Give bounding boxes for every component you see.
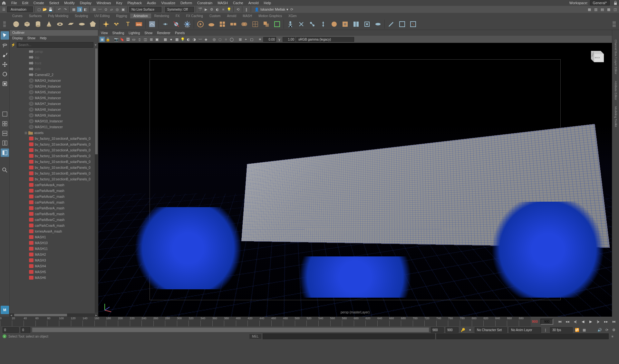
outliner-v-scrollbar[interactable] xyxy=(95,48,98,313)
bake-icon[interactable] xyxy=(207,20,216,29)
range-icon[interactable]: ▦ xyxy=(582,327,587,332)
layout-icon-5[interactable]: ◫ xyxy=(613,7,618,12)
plane-icon[interactable] xyxy=(66,20,75,29)
outliner-item-27[interactable]: carParkBvarA_mash xyxy=(10,205,98,211)
torus-icon[interactable] xyxy=(55,20,64,29)
outliner-item-18[interactable]: bv_factory_10:sectionB_solarPanels_0 xyxy=(10,153,98,159)
safe-title-icon[interactable]: ▢ xyxy=(249,37,254,42)
shelf-tab-mash[interactable]: MASH xyxy=(239,14,255,18)
layout-icon-4[interactable]: ▩ xyxy=(606,7,611,12)
ao-icon[interactable]: ◑ xyxy=(192,37,197,42)
command-lang-label[interactable]: MEL xyxy=(249,334,261,339)
shelf-scroll-up-icon[interactable] xyxy=(3,21,6,24)
snap-plane-icon[interactable]: ▱ xyxy=(109,7,114,12)
ghost-off-icon[interactable] xyxy=(172,20,181,29)
render-icon[interactable]: 🎬 xyxy=(198,7,203,12)
exposure-input[interactable] xyxy=(263,37,276,42)
shelf-tab-uv-editing[interactable]: UV Editing xyxy=(91,14,113,18)
maya-icon[interactable]: M xyxy=(1,306,9,314)
script-editor-icon[interactable]: ≡ xyxy=(610,334,615,339)
key-icon[interactable]: 🔑 xyxy=(460,327,466,332)
menu-deform[interactable]: Deform xyxy=(178,1,195,5)
shaded-icon[interactable]: ● xyxy=(169,37,174,42)
curl-icon[interactable] xyxy=(112,20,121,29)
snap-point-icon[interactable]: ⊙ xyxy=(103,7,108,12)
step-back-key-icon[interactable]: ◂◂ xyxy=(564,318,571,325)
layout-outliner-icon[interactable] xyxy=(1,148,9,157)
joint-icon[interactable] xyxy=(308,20,317,29)
bookmark-icon[interactable]: 🔖 xyxy=(120,37,125,42)
select-component-icon[interactable]: ◧ xyxy=(83,7,88,12)
anim-prefs-icon[interactable]: | xyxy=(543,327,548,332)
range-end-input[interactable] xyxy=(431,327,444,333)
outliner-item-14[interactable]: ⊞assets xyxy=(10,130,98,136)
outliner-item-23[interactable]: carParkAvarA_mash xyxy=(10,182,98,188)
menu-constrain[interactable]: Constrain xyxy=(195,1,215,5)
outliner-item-11[interactable]: MASH9_Instancer xyxy=(10,112,98,118)
shelf-scroll-up-right-icon[interactable] xyxy=(613,21,616,24)
xray-components-icon[interactable]: ◯ xyxy=(229,37,234,42)
current-frame-input[interactable] xyxy=(540,319,553,325)
ipr-icon[interactable]: ▶ xyxy=(203,7,208,12)
viewport-show-menu[interactable]: Show xyxy=(144,31,152,35)
camera-icon[interactable]: 📷 xyxy=(114,37,119,42)
deformer-icon[interactable] xyxy=(373,20,382,29)
menu-playback[interactable]: Playback xyxy=(125,1,144,5)
playback-prefs-icon[interactable]: ⚙ xyxy=(611,327,616,332)
frame-icon[interactable] xyxy=(398,20,407,29)
ik-handle-icon[interactable] xyxy=(319,20,328,29)
shelf-tab-sculpting[interactable]: Sculpting xyxy=(72,14,91,18)
outliner-item-9[interactable]: MASH7_Instancer xyxy=(10,101,98,107)
shelf-tab-poly-modeling[interactable]: Poly Modeling xyxy=(45,14,72,18)
outliner-item-4[interactable]: Camera02_2 xyxy=(10,72,98,78)
outliner-item-36[interactable]: MASH3 xyxy=(10,257,98,263)
resolution-gate-icon[interactable]: ▯ xyxy=(137,37,142,42)
outliner-tree[interactable]: persptopfrontsideCamera02_2MASH3_Instanc… xyxy=(10,48,98,313)
menu-visualize[interactable]: Visualize xyxy=(159,1,178,5)
layout-icon-2[interactable]: ▥ xyxy=(593,7,598,12)
lights-icon[interactable]: 💡 xyxy=(180,37,185,42)
shadows-icon[interactable]: ◐ xyxy=(186,37,191,42)
viewport-renderer-menu[interactable]: Renderer xyxy=(157,31,170,35)
layout-icon-3[interactable]: ▤ xyxy=(600,7,605,12)
anti-alias-icon[interactable]: ◈ xyxy=(203,37,208,42)
sync-icon[interactable]: ⟳ xyxy=(289,7,294,12)
quick-rig-icon[interactable] xyxy=(297,20,306,29)
viewport-3d[interactable]: BACK RIGHT persp (masterLayer) xyxy=(98,43,612,317)
snap-mesh-icon[interactable] xyxy=(273,20,282,29)
film-origin-icon[interactable]: + xyxy=(243,37,248,42)
snap-view-icon[interactable]: ▣ xyxy=(121,7,126,12)
audio-icon[interactable]: 🔊 xyxy=(597,327,602,332)
viewport-panels-menu[interactable]: Panels xyxy=(175,31,185,35)
ghost-icon[interactable] xyxy=(161,20,170,29)
go-to-end-icon[interactable]: ⏭ xyxy=(611,318,617,325)
outliner-item-31[interactable]: lorriesAvarA_mash xyxy=(10,228,98,234)
render-settings-icon[interactable]: ⚙ xyxy=(209,7,214,12)
pencil-icon[interactable] xyxy=(387,20,396,29)
shelf-tab-motion-graphics[interactable]: Motion Graphics xyxy=(255,14,285,18)
lattice-icon[interactable] xyxy=(218,20,227,29)
undo-icon[interactable]: ↶ xyxy=(57,7,62,12)
select-mode-icon[interactable]: ▦ xyxy=(71,7,76,12)
outliner-item-28[interactable]: carParkBvarB_mash xyxy=(10,211,98,217)
fps-dropdown[interactable]: 30 fps xyxy=(550,327,573,333)
play-forward-icon[interactable]: ▶ xyxy=(587,318,594,325)
character-set-dropdown[interactable]: No Character Set xyxy=(475,327,507,333)
scale-tool[interactable] xyxy=(1,80,9,88)
menu-create[interactable]: Create xyxy=(31,1,47,5)
safe-action-icon[interactable]: ▣ xyxy=(154,37,160,42)
menu-help[interactable]: Help xyxy=(261,1,274,5)
outliner-h-scrollbar[interactable]: ◂ ▸ xyxy=(10,313,98,317)
color-space-dropdown[interactable]: sRGB gamma (legacy) xyxy=(296,37,354,42)
disc-icon[interactable] xyxy=(77,20,86,29)
outliner-item-29[interactable]: carParkBvarC_mash xyxy=(10,217,98,223)
go-to-start-icon[interactable]: ⏮ xyxy=(556,318,563,325)
animation-start-input[interactable] xyxy=(3,327,19,333)
offset-icon[interactable] xyxy=(262,20,271,29)
shelf-tab-custom[interactable]: Custom xyxy=(206,14,224,18)
shelf-scroll-down-right-icon[interactable] xyxy=(613,24,616,27)
pose-icon[interactable] xyxy=(363,20,372,29)
select-camera-icon[interactable]: ▣ xyxy=(100,37,105,42)
filter-icon[interactable]: ⚡ xyxy=(11,43,15,47)
layout-icon-1[interactable]: ▦ xyxy=(587,7,592,12)
